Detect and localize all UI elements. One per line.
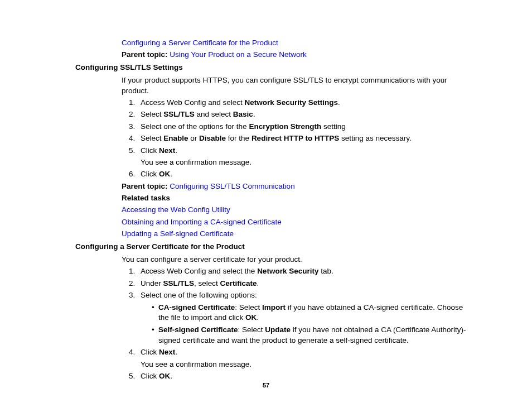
- link-parent-ssl-comm[interactable]: Configuring SSL/TLS Communication: [170, 182, 294, 190]
- steps-server-cert: Access Web Config and select the Network…: [122, 266, 468, 381]
- cert-step-5: Click OK.: [137, 371, 468, 382]
- parent-topic-line-2: Parent topic: Configuring SSL/TLS Commun…: [122, 181, 468, 192]
- steps-ssl-tls: Access Web Config and select Network Sec…: [122, 98, 468, 180]
- parent-topic-line: Parent topic: Using Your Product on a Se…: [122, 50, 468, 60]
- cert-option-self: Self-signed Certificate: Select Update i…: [152, 325, 468, 346]
- link-parent-secure-network[interactable]: Using Your Product on a Secure Network: [170, 50, 306, 59]
- cert-option-ca: CA-signed Certificate: Select Import if …: [152, 303, 468, 324]
- document-page: Configuring a Server Certificate for the…: [0, 0, 532, 412]
- step-5-note: You see a confirmation message.: [141, 157, 468, 168]
- related-task-3: Updating a Self-signed Certificate: [122, 229, 468, 239]
- step-4: Select Enable or Disable for the Redirec…: [137, 133, 468, 144]
- top-link-paragraph: Configuring a Server Certificate for the…: [122, 38, 468, 49]
- heading-ssl-tls-settings: Configuring SSL/TLS Settings: [75, 63, 468, 73]
- cert-step-4: Click Next. You see a confirmation messa…: [137, 347, 468, 370]
- step-5: Click Next. You see a confirmation messa…: [137, 146, 468, 168]
- cert-options-list: CA-signed Certificate: Select Import if …: [141, 303, 468, 346]
- page-number: 57: [0, 381, 532, 390]
- related-task-1: Accessing the Web Config Utility: [122, 205, 468, 215]
- related-task-2: Obtaining and Importing a CA-signed Cert…: [122, 217, 468, 228]
- link-obtaining-ca-cert[interactable]: Obtaining and Importing a CA-signed Cert…: [122, 218, 282, 226]
- cert-step-3: Select one of the following options: CA-…: [137, 290, 468, 346]
- step-1: Access Web Config and select Network Sec…: [137, 98, 468, 108]
- parent-topic-label-2: Parent topic:: [122, 182, 168, 190]
- link-accessing-web-config[interactable]: Accessing the Web Config Utility: [122, 205, 230, 214]
- step-2: Select SSL/TLS and select Basic.: [137, 109, 468, 120]
- intro-ssl-tls: If your product supports HTTPS, you can …: [122, 75, 468, 97]
- related-tasks-heading: Related tasks: [122, 193, 468, 204]
- parent-topic-label: Parent topic:: [122, 50, 168, 59]
- link-configure-server-cert[interactable]: Configuring a Server Certificate for the…: [122, 39, 278, 47]
- heading-server-cert: Configuring a Server Certificate for the…: [75, 242, 468, 252]
- step-6: Click OK.: [137, 169, 468, 180]
- step-3: Select one of the options for the Encryp…: [137, 122, 468, 132]
- cert-step-2: Under SSL/TLS, select Certificate.: [137, 279, 468, 289]
- cert-step-1: Access Web Config and select the Network…: [137, 266, 468, 277]
- cert-step-4-note: You see a confirmation message.: [141, 360, 468, 370]
- intro-server-cert: You can configure a server certificate f…: [122, 255, 468, 265]
- link-updating-self-signed[interactable]: Updating a Self-signed Certificate: [122, 229, 234, 238]
